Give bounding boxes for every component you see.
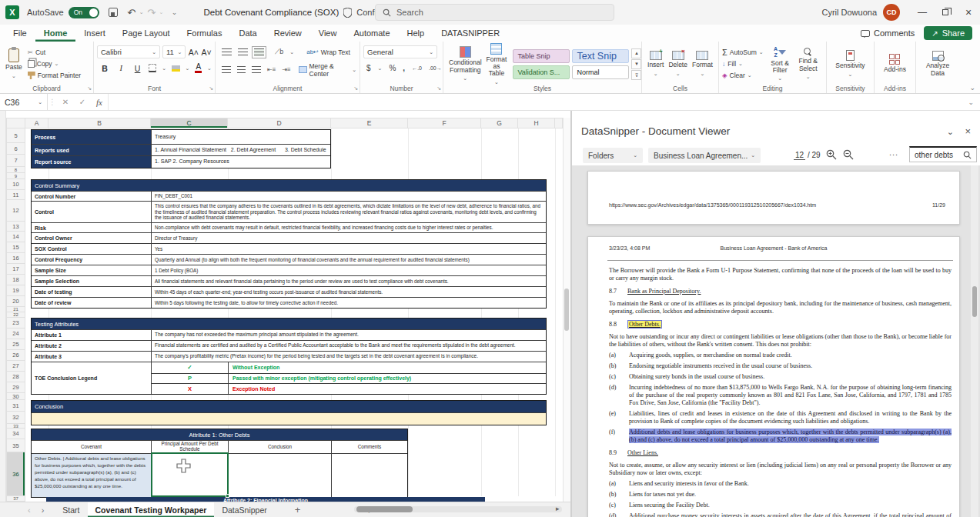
panel-collapse-icon[interactable]: ⌄ [947,127,954,137]
ribbon-tab-file[interactable]: File [5,25,35,42]
underline-button[interactable]: U [132,64,142,73]
panel-scrollbar[interactable] [971,165,978,517]
fill-handle[interactable] [226,494,229,498]
row-value[interactable]: Financial statements are certified and a… [152,341,546,351]
row-header-11[interactable]: 11 [6,190,25,200]
folders-dropdown[interactable]: Folders⌄ [583,148,643,163]
column-header-D[interactable]: D [228,118,331,128]
ribbon-tab-insert[interactable]: Insert [75,25,114,42]
decrease-decimal-icon[interactable]: .00→ [429,65,442,71]
find-select-button[interactable]: Find & Select⌄ [794,47,824,80]
align-bottom-icon[interactable] [254,48,264,56]
row-value[interactable]: Within 5 days following the testing date… [152,298,546,308]
row-value[interactable]: Director of Treasury [152,233,546,243]
redo-dropdown-icon[interactable]: ⌄ [159,9,164,15]
formula-bar-expand-icon[interactable]: ⌄ [962,98,980,106]
style-text-snip[interactable]: Text Snip [572,49,629,63]
increase-font-icon[interactable]: A˄ [188,48,199,57]
row-header-34[interactable]: 34 [6,429,25,439]
select-all-corner[interactable] [6,118,25,128]
row-header-22[interactable]: 22 [6,312,25,318]
font-dialog-launcher[interactable]: ↘ [209,85,213,92]
sheet-nav-next-icon[interactable]: › [42,505,45,515]
merge-center-button[interactable]: Merge & Center⌄ [299,64,356,75]
row-header-36[interactable]: 36 [6,452,25,496]
row-value[interactable]: Non-compliance with debt covenants may r… [152,223,546,232]
percent-format-icon[interactable]: % [389,64,396,72]
sort-filter-button[interactable]: AZ Sort & Filter⌄ [767,45,794,82]
sheet-nav-prev-icon[interactable]: ‹ [28,505,31,515]
increase-indent-icon[interactable]: ⇥≡ [282,66,290,73]
zoom-out-icon[interactable] [843,149,854,160]
covenant-cell[interactable]: Other Debts. | Additional debts and leas… [32,454,152,497]
ribbon-tab-help[interactable]: Help [399,25,433,42]
currency-format-icon[interactable]: $ [366,64,371,72]
alignment-dialog-launcher[interactable]: ↘ [353,85,358,92]
row-header-14[interactable]: 14 [6,232,25,242]
fill-color-icon[interactable] [172,65,179,72]
enter-icon[interactable]: ✓ [74,98,91,106]
gallery-down-icon[interactable]: ▼ [631,59,641,69]
ribbon-tab-home[interactable]: Home [35,25,76,42]
addins-button[interactable]: Add-ins [881,53,908,74]
column-header-B[interactable]: B [48,118,151,128]
format-as-table-button[interactable]: Format as Table⌄ [484,42,510,86]
avatar[interactable]: CD [883,4,900,21]
row-header-13[interactable]: 13 [6,222,25,232]
row-value[interactable]: The company's profitability metric (Pret… [152,352,546,362]
name-box[interactable]: C36 ⌄ [0,94,48,110]
excel-app-icon[interactable]: X [5,5,19,19]
fill-button[interactable]: ↓Fill⌄ [722,58,764,70]
comments-button[interactable]: Comments [861,28,915,38]
increase-decimal-icon[interactable]: ←.0 [412,65,422,71]
comments-cell[interactable] [332,454,407,497]
decrease-indent-icon[interactable]: ⇤≡ [267,66,276,73]
page-number-input[interactable]: 12 [794,151,805,160]
format-painter-button[interactable]: Format Painter [28,70,81,82]
column-header-H[interactable]: H [518,118,555,128]
align-right-icon[interactable] [252,66,261,74]
row-header-9[interactable]: 9 [6,173,25,179]
clipboard-dialog-launcher[interactable]: ↘ [87,85,92,92]
align-left-icon[interactable] [222,66,231,74]
close-button[interactable]: × [957,0,980,25]
ribbon-tab-datasnipper[interactable]: DATASNIPPER [433,25,508,42]
align-top-icon[interactable] [222,48,232,56]
style-validation-s-[interactable]: Validation S... [513,65,570,79]
row-header-24[interactable]: 24 [6,329,25,339]
italic-button[interactable]: I [115,64,126,72]
panel-close-icon[interactable]: × [965,125,971,137]
row-header-35[interactable]: 35 [6,439,25,452]
row-value[interactable]: 1. SAP 2. Company Resources [152,156,330,168]
row-header-37[interactable]: 37 [6,496,25,502]
document-title[interactable]: Debt Covenant Compliance (SOX) [203,8,339,17]
search-bar[interactable]: Search [375,4,614,21]
document-viewer-area[interactable]: https://www.sec.gov/Archives/edgar/data/… [572,165,980,517]
row-value[interactable]: Treasury [152,130,330,144]
more-options-icon[interactable]: ... [889,148,898,157]
gallery-up-icon[interactable]: ▲ [631,48,641,58]
quick-access-more-icon[interactable]: ⌄ [166,8,182,16]
sheet-tab-datasnipper[interactable]: DataSnipper [214,502,274,517]
row-value[interactable]: Yes [152,244,546,254]
hscroll-right-arrow-icon[interactable]: ▸ [556,505,560,512]
insert-cells-button[interactable]: + Insert⌄ [645,50,666,77]
cancel-icon[interactable]: ✕ [57,98,74,106]
conclusion-input-row[interactable] [32,412,546,425]
row-header-20[interactable]: 20 [6,296,25,307]
undo-icon[interactable]: ↶ [124,7,139,18]
ribbon-tab-automate[interactable]: Automate [345,25,398,42]
sheet-tab-covenant-testing-workpaper[interactable]: Covenant Testing Workpaper [88,502,215,517]
ribbon-tab-page-layout[interactable]: Page Layout [114,25,179,42]
orientation-icon[interactable]: ⟋b [275,48,283,56]
panel-search-input[interactable]: other debts [909,146,977,162]
document-dropdown[interactable]: Business Loan Agreemen...⌄ [648,148,761,163]
clear-button[interactable]: ◈Clear⌄ [722,70,764,82]
align-center-icon[interactable] [237,66,246,74]
row-header-28[interactable]: 28 [6,372,25,382]
copy-button[interactable]: Copy⌄ [28,58,81,70]
row-value[interactable]: The company has not exceeded the maximum… [152,330,546,340]
row-value[interactable]: This control ensures that the company ad… [152,202,546,222]
horizontal-scrollbar-thumb[interactable] [356,506,413,512]
style-normal[interactable]: Normal [572,65,629,79]
